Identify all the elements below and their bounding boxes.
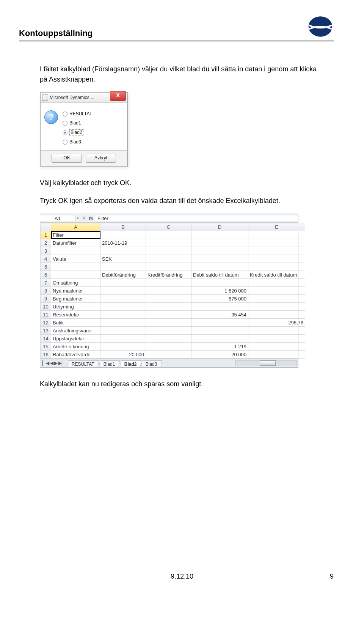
cell[interactable]: SEK xyxy=(100,255,146,263)
cell[interactable] xyxy=(146,327,191,335)
cell[interactable]: Beg maskiner xyxy=(51,295,100,303)
cell[interactable]: Kreditförändring xyxy=(146,271,191,279)
close-button[interactable]: X xyxy=(110,91,126,101)
sheet-tab[interactable]: RESULTAT xyxy=(67,360,99,367)
table-row[interactable]: 15Arbete o körning1 219 xyxy=(41,343,305,351)
dialog-titlebar[interactable]: Microsoft Dynamics ... X xyxy=(40,92,127,103)
row-header[interactable]: 13 xyxy=(41,327,51,335)
cell[interactable]: Debitförändring xyxy=(100,271,146,279)
cell[interactable] xyxy=(248,351,305,359)
radio-option[interactable]: Blad2 xyxy=(63,129,92,135)
ok-button[interactable]: OK xyxy=(52,154,82,163)
cell[interactable]: Rabatt/övervärde xyxy=(51,351,100,359)
radio-option[interactable]: Blad1 xyxy=(63,120,92,126)
cell[interactable] xyxy=(146,239,191,247)
cell[interactable] xyxy=(146,295,191,303)
cell[interactable]: 20 000 xyxy=(191,351,248,359)
table-row[interactable]: 6DebitförändringKreditförändringDebit sa… xyxy=(41,271,305,279)
cell[interactable] xyxy=(191,247,248,255)
radio-icon[interactable] xyxy=(63,140,67,145)
cell[interactable] xyxy=(191,303,248,311)
tab-first-icon[interactable]: ▏◀ xyxy=(42,360,49,366)
sheet-tab[interactable]: Blad1 xyxy=(99,360,120,367)
cell[interactable] xyxy=(191,335,248,343)
cell[interactable] xyxy=(100,247,146,255)
cell[interactable] xyxy=(100,343,146,351)
cell[interactable] xyxy=(51,271,100,279)
cell[interactable] xyxy=(248,239,305,247)
cancel-button[interactable]: Avbryt xyxy=(86,154,116,163)
cell[interactable] xyxy=(146,335,191,343)
cell[interactable] xyxy=(146,247,191,255)
cell[interactable]: 298,76 xyxy=(248,319,305,327)
select-all-corner[interactable] xyxy=(41,223,51,231)
cell[interactable] xyxy=(100,311,146,319)
cell[interactable] xyxy=(248,295,305,303)
column-header[interactable]: E xyxy=(248,223,305,231)
radio-icon[interactable] xyxy=(63,121,67,126)
row-header[interactable]: 15 xyxy=(41,343,51,351)
cell[interactable] xyxy=(248,279,305,287)
tab-last-icon[interactable]: ▶▏ xyxy=(58,360,65,366)
table-row[interactable]: 12Butik298,76 xyxy=(41,319,305,327)
cell[interactable] xyxy=(146,279,191,287)
table-row[interactable]: 5 xyxy=(41,263,305,271)
fx-icon[interactable]: fx xyxy=(87,216,95,221)
tab-prev-icon[interactable]: ◀ xyxy=(50,360,53,366)
cell[interactable]: Reservdelar xyxy=(51,311,100,319)
cell[interactable] xyxy=(100,263,146,271)
table-row[interactable]: 13Anskaffningsvaror xyxy=(41,327,305,335)
cell[interactable] xyxy=(100,319,146,327)
cell[interactable] xyxy=(191,263,248,271)
cell[interactable]: Anskaffningsvaror xyxy=(51,327,100,335)
cell[interactable]: Uppslagsdelar xyxy=(51,335,100,343)
cell[interactable]: Butik xyxy=(51,319,100,327)
row-header[interactable]: 1 xyxy=(41,231,51,239)
tab-next-icon[interactable]: ▶ xyxy=(54,360,58,366)
table-row[interactable]: 7Omsättning xyxy=(41,279,305,287)
cell[interactable] xyxy=(191,279,248,287)
worksheet-grid[interactable]: ABCDE 1Filter2Datumfilter2010-11-1934Val… xyxy=(40,223,305,359)
cell[interactable] xyxy=(248,303,305,311)
cell[interactable] xyxy=(146,287,191,295)
table-row[interactable]: 16Rabatt/övervärde20 00020 000 xyxy=(41,351,305,359)
cell[interactable] xyxy=(248,255,305,263)
cell[interactable]: 1 620 000 xyxy=(191,287,248,295)
cell[interactable] xyxy=(248,327,305,335)
sheet-tab[interactable]: Blad3 xyxy=(141,360,162,367)
cell[interactable] xyxy=(248,247,305,255)
table-row[interactable]: 9Beg maskiner675 000 xyxy=(41,295,305,303)
row-header[interactable]: 10 xyxy=(41,303,51,311)
cell[interactable] xyxy=(146,343,191,351)
table-row[interactable]: 10Uthyrning xyxy=(41,303,305,311)
row-header[interactable]: 8 xyxy=(41,287,51,295)
cell[interactable]: 20 000 xyxy=(100,351,146,359)
column-header[interactable]: B xyxy=(100,223,146,231)
row-header[interactable]: 5 xyxy=(41,263,51,271)
cell[interactable]: 1 219 xyxy=(191,343,248,351)
cell[interactable] xyxy=(146,319,191,327)
cell[interactable] xyxy=(248,343,305,351)
table-row[interactable]: 4ValutaSEK xyxy=(41,255,305,263)
cell[interactable] xyxy=(191,319,248,327)
cell[interactable] xyxy=(191,255,248,263)
cell[interactable] xyxy=(146,351,191,359)
name-box[interactable]: A1 xyxy=(40,216,75,221)
cell[interactable] xyxy=(100,303,146,311)
cell[interactable]: Nya maskiner xyxy=(51,287,100,295)
cell[interactable] xyxy=(100,295,146,303)
cell[interactable]: Filter xyxy=(51,231,100,239)
row-header[interactable]: 12 xyxy=(41,319,51,327)
radio-option[interactable]: RESULTAT xyxy=(63,111,92,116)
cell[interactable]: Valuta xyxy=(51,255,100,263)
cell[interactable]: Uthyrning xyxy=(51,303,100,311)
cell[interactable]: 35 454 xyxy=(191,311,248,319)
table-row[interactable]: 11Reservdelar35 454 xyxy=(41,311,305,319)
cell[interactable] xyxy=(146,255,191,263)
formula-bar[interactable]: Filter xyxy=(95,216,298,221)
cell[interactable]: Omsättning xyxy=(51,279,100,287)
column-header[interactable]: A xyxy=(51,223,100,231)
table-row[interactable]: 14Uppslagsdelar xyxy=(41,335,305,343)
cell[interactable] xyxy=(146,263,191,271)
table-row[interactable]: 8Nya maskiner1 620 000 xyxy=(41,287,305,295)
